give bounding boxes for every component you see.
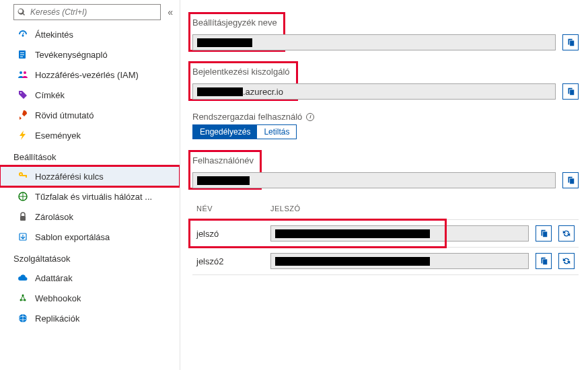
nav-label: Adattárak — [35, 273, 73, 283]
username-field[interactable] — [192, 172, 556, 188]
copy-registry-name-button[interactable] — [562, 34, 579, 50]
copy-username-button[interactable] — [562, 172, 579, 188]
svg-point-7 — [24, 71, 26, 74]
username-label: Felhasználónév — [192, 155, 254, 165]
section-settings-header: Beállítások — [0, 145, 180, 166]
password-name: jelszó — [196, 229, 219, 239]
collapse-sidebar-icon[interactable]: « — [166, 5, 174, 19]
nav-iam[interactable]: Hozzáférés-vezérlés (IAM) — [0, 65, 180, 85]
admin-user-toggle: Engedélyezés Letiltás — [192, 124, 297, 139]
registry-name-label: Beállításjegyzék neve — [192, 17, 277, 28]
nav-webhooks[interactable]: Webhookok — [0, 288, 180, 308]
rocket-icon — [17, 110, 28, 120]
copy-password-button[interactable] — [536, 225, 552, 242]
nav-locks[interactable]: Zárolások — [0, 207, 180, 227]
registry-name-field[interactable] — [192, 34, 556, 50]
nav-label: Hozzáférési kulcs — [35, 172, 104, 182]
nav-access-keys[interactable]: Hozzáférési kulcs — [0, 166, 180, 186]
search-input[interactable] — [13, 4, 161, 20]
section-services-header: Szolgáltatások — [0, 247, 180, 268]
cloud-icon — [17, 272, 28, 283]
col-password-header: JELSZÓ — [266, 200, 579, 220]
password-row: jelszó2 — [192, 248, 579, 275]
nav-label: Sablon exportálása — [35, 232, 110, 242]
admin-user-label: Rendszergazdai felhasználó — [192, 112, 302, 122]
main-content: Beállításjegyzék neve Bejelentkezési kis… — [180, 0, 588, 370]
login-server-field[interactable]: .azurecr.io — [192, 83, 556, 100]
svg-rect-1 — [22, 32, 24, 35]
nav: Áttekintés Tevékenységnapló Hozzáférés-v… — [0, 24, 180, 370]
nav-label: Tevékenységnapló — [35, 50, 108, 60]
firewall-icon — [17, 191, 28, 202]
col-name-header: NÉV — [192, 200, 266, 220]
regenerate-password-button[interactable] — [558, 225, 575, 242]
globe-icon — [17, 313, 28, 324]
login-server-label: Bejelentkezési kiszolgáló — [192, 67, 290, 77]
passwords-table: NÉV JELSZÓ jelszó jelszó2 — [192, 200, 579, 275]
nav-label: Replikációk — [35, 313, 79, 324]
tag-icon — [17, 89, 28, 100]
password-row: jelszó — [192, 220, 579, 248]
lightning-icon — [17, 130, 28, 141]
toggle-disable-button[interactable]: Letiltás — [257, 125, 296, 139]
nav-firewalls[interactable]: Tűzfalak és virtuális hálózat ... — [0, 186, 180, 207]
redacted-value — [197, 38, 252, 47]
toggle-enable-button[interactable]: Engedélyezés — [193, 125, 257, 139]
svg-rect-14 — [20, 216, 26, 221]
nav-tags[interactable]: Címkék — [0, 85, 180, 105]
webhook-icon — [17, 293, 28, 303]
nav-overview[interactable]: Áttekintés — [0, 24, 180, 44]
lock-icon — [17, 211, 28, 222]
nav-events[interactable]: Események — [0, 125, 180, 145]
password-field[interactable] — [270, 253, 529, 269]
nav-label: Áttekintés — [35, 30, 73, 40]
nav-replications[interactable]: Replikációk — [0, 308, 180, 328]
svg-point-6 — [20, 71, 22, 74]
redacted-value — [197, 87, 243, 96]
copy-login-server-button[interactable] — [562, 83, 579, 100]
nav-label: Zárolások — [35, 212, 73, 222]
nav-label: Tűzfalak és virtuális hálózat ... — [35, 192, 152, 202]
svg-rect-5 — [20, 57, 23, 57]
gauge-icon — [17, 29, 28, 40]
svg-rect-12 — [26, 175, 27, 178]
search-wrapper — [13, 4, 161, 20]
svg-point-10 — [20, 174, 22, 175]
nav-repositories[interactable]: Adattárak — [0, 268, 180, 288]
svg-rect-3 — [20, 52, 24, 53]
nav-label: Események — [35, 131, 81, 141]
info-icon[interactable]: i — [306, 113, 314, 121]
sidebar: « Áttekintés Tevékenységnapló Hozzáférés… — [0, 0, 180, 370]
nav-quickstart[interactable]: Rövid útmutató — [0, 105, 180, 125]
people-icon — [17, 69, 28, 80]
nav-label: Rövid útmutató — [35, 110, 94, 120]
svg-rect-4 — [20, 54, 24, 55]
nav-export-template[interactable]: Sablon exportálása — [0, 227, 180, 247]
copy-password-button[interactable] — [536, 253, 552, 269]
password-name: jelszó2 — [196, 256, 223, 266]
nav-label: Webhookok — [35, 293, 81, 303]
nav-activity-log[interactable]: Tevékenységnapló — [0, 44, 180, 65]
password-field[interactable] — [270, 225, 529, 242]
key-icon — [17, 171, 28, 182]
nav-label: Címkék — [35, 90, 65, 100]
log-icon — [17, 49, 28, 60]
regenerate-password-button[interactable] — [558, 253, 575, 269]
export-icon — [17, 231, 28, 242]
redacted-value — [197, 176, 250, 185]
svg-point-8 — [20, 92, 22, 94]
nav-label: Hozzáférés-vezérlés (IAM) — [35, 70, 139, 80]
search-icon — [17, 8, 26, 16]
